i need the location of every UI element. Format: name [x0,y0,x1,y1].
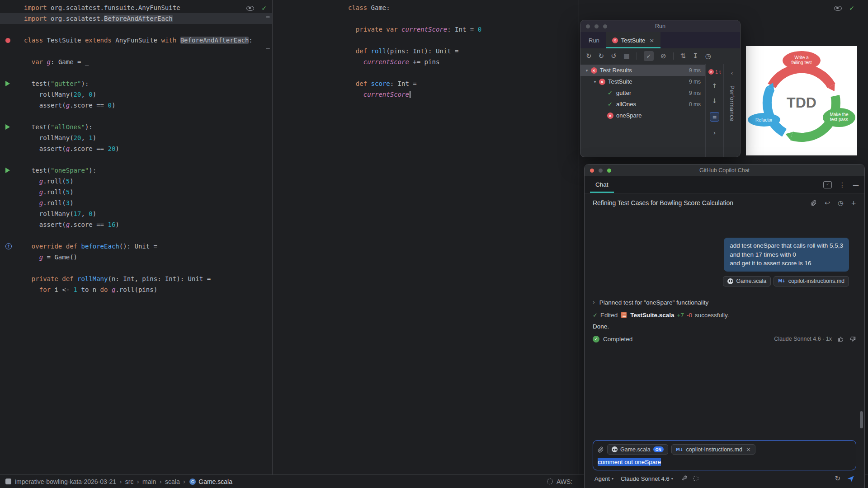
plan-step-row[interactable]: › Planned test for "oneSpare" functional… [593,299,856,306]
test-tree-row[interactable]: ✓allOnes0 ms [580,99,705,110]
context-chip[interactable]: Game.scala [723,276,771,286]
selected-input-text[interactable]: comment out oneSpare [598,458,661,466]
context-chip[interactable]: M↓copilot-instructions.md [774,276,849,286]
attach-icon[interactable] [811,200,817,206]
gutter-runerr-icon[interactable] [0,35,24,46]
code-line[interactable]: import org.scalatest.BeforeAndAfterEach [0,13,272,24]
failed-tests-badge[interactable]: × 1 t [708,69,721,75]
tab-chat[interactable]: Chat [590,176,614,193]
close-tab-icon[interactable]: × [649,37,654,44]
tab-run[interactable]: Run [582,32,606,48]
context-chip[interactable]: Game.scalaON [607,444,668,455]
gutter-play-icon[interactable] [0,122,24,132]
code-line[interactable]: assert(g.score == 16) [0,219,272,230]
resend-icon[interactable]: ↻ [835,474,840,483]
code-line[interactable] [0,24,272,35]
code-line[interactable] [273,35,579,46]
minimize-panel-icon[interactable]: — [853,181,859,188]
attach-icon[interactable] [598,446,604,453]
gutter-play-icon[interactable] [0,165,24,176]
test-tree-row[interactable]: ▾×Test Results9 ms [580,65,705,76]
send-icon[interactable] [847,475,854,483]
code-line[interactable]: g.roll(5) [0,187,272,197]
aws-icon[interactable] [547,479,553,484]
code-line[interactable] [0,67,272,78]
sort-by-duration-icon[interactable]: ⇅ [680,53,686,60]
run-window-titlebar[interactable]: Run [580,20,740,32]
remove-chip-icon[interactable]: × [746,446,751,453]
code-line[interactable]: def roll(pins: Int): Unit = [273,46,579,56]
test-tree-row[interactable]: ▾×TestSuite9 ms [580,76,705,87]
aws-status-label[interactable]: AWS: [557,478,572,485]
stop-icon[interactable]: ■ [623,53,630,60]
code-line[interactable]: test("oneSpare"): [0,165,272,176]
collapse-icon[interactable]: ‹ [731,70,733,76]
new-chat-icon[interactable]: + [851,199,856,206]
code-editor-testsuite[interactable]: import org.scalatest.funsuite.AnyFunSuit… [0,0,272,295]
code-line[interactable]: rollMany(17, 0) [0,208,272,219]
tools-icon[interactable] [681,475,688,482]
zoom-window-icon[interactable] [607,169,611,173]
close-window-icon[interactable] [590,169,594,173]
code-line[interactable]: currentScore [273,89,579,100]
code-line[interactable]: def score: Int = [273,78,579,89]
chevron-down-icon[interactable]: ▾ [671,477,673,481]
minimize-window-icon[interactable] [599,169,603,173]
code-line[interactable] [0,230,272,241]
chat-input-box[interactable]: Game.scalaONM↓copilot-instructions.md× c… [593,440,856,470]
performance-tab-label[interactable]: Performance [729,85,736,122]
code-line[interactable]: g = Game() [0,252,272,263]
pane-divider[interactable] [272,0,273,474]
code-line[interactable]: private var currentScore: Int = 0 [273,24,579,35]
code-line[interactable]: currentScore += pins [273,56,579,67]
breadcrumb-item[interactable]: src [125,478,134,485]
close-window-icon[interactable] [586,24,590,28]
code-line[interactable] [273,67,579,78]
run-class-failed-icon[interactable] [5,38,10,43]
context-on-badge[interactable]: ON [653,446,664,452]
code-line[interactable] [0,46,272,56]
next-failed-test-icon[interactable]: ↓ [712,97,717,104]
tree-chevron-icon[interactable]: ▾ [591,80,599,84]
performance-side-tab[interactable]: ‹ Performance [723,64,740,157]
inspections-ok-icon[interactable]: ✓ [849,5,854,12]
code-line[interactable]: var g: Game = _ [0,56,272,67]
chat-window-titlebar[interactable]: GitHub Copilot Chat [585,164,864,176]
kebab-menu-icon[interactable]: ⋮ [839,181,845,188]
code-line[interactable]: for i <- 1 to n do g.roll(pins) [0,284,272,295]
previous-failed-test-icon[interactable]: ↑ [712,82,717,89]
code-line[interactable]: import org.scalatest.funsuite.AnyFunSuit… [0,2,272,13]
code-line[interactable]: test("gutter"): [0,78,272,89]
usage-indicator-icon[interactable] [693,476,698,481]
code-line[interactable] [0,154,272,165]
code-line[interactable]: rollMany(20, 0) [0,89,272,100]
code-line[interactable] [273,13,579,24]
breadcrumb-item[interactable]: main [142,478,156,485]
breadcrumb-item[interactable]: scala [165,478,180,485]
reader-mode-eye-icon[interactable] [834,6,842,11]
override-marker-icon[interactable]: ↑ [5,243,12,249]
code-line[interactable] [0,111,272,122]
code-line[interactable]: assert(g.score == 20) [0,143,272,154]
code-line[interactable]: rollMany(20, 1) [0,132,272,143]
code-line[interactable]: class TestSuite extends AnyFunSuite with… [0,35,272,46]
code-line[interactable]: private def rollMany(n: Int, pins: Int):… [0,273,272,284]
chat-input-text[interactable]: comment out oneSpare [598,459,851,465]
zoom-window-icon[interactable] [603,24,607,28]
context-chip[interactable]: M↓copilot-instructions.md× [671,444,755,455]
import-test-results-icon[interactable]: ↧ [693,53,698,60]
test-history-icon[interactable]: ◷ [705,53,711,60]
code-line[interactable]: g.roll(5) [0,176,272,187]
expand-panel-icon[interactable]: › [713,129,716,136]
test-tree-row[interactable]: ✓gutter9 ms [580,87,705,99]
code-line[interactable]: class Game: [273,2,579,13]
code-line[interactable] [0,263,272,273]
tree-chevron-icon[interactable]: ▾ [583,68,590,73]
show-passed-icon[interactable]: ✓ [644,51,654,61]
chevron-right-icon[interactable]: › [593,299,595,305]
inspections-ok-icon[interactable]: ✓ [261,5,267,12]
tab-testsuite[interactable]: × TestSuite × [606,32,660,48]
mode-dropdown[interactable]: Agent [594,475,610,482]
run-test-icon[interactable] [5,81,10,86]
minimize-window-icon[interactable] [594,24,599,28]
